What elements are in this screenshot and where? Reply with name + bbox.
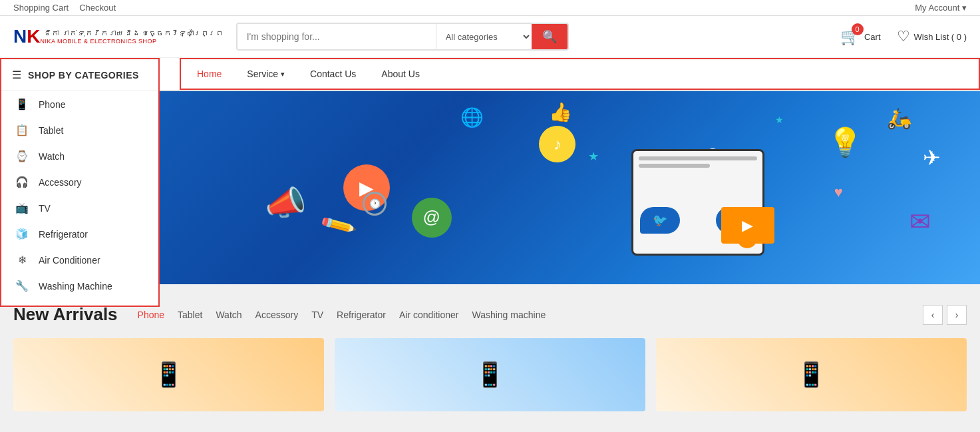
shopping-cart-link[interactable]: Shopping Cart [13, 3, 69, 13]
scooter-icon: 🛵 [887, 107, 911, 130]
category-air-conditioner[interactable]: ❄ Air Conditioner [1, 247, 158, 273]
logo-text: ថីកា រាក់ទុករីករាយ និង បច្ចេកវិទ្យាព្រៃព… [40, 29, 222, 45]
categories-title: SHOP BY CATEGORIES [28, 70, 139, 81]
category-tv[interactable]: 📺 TV [1, 195, 158, 221]
product-thumb-1: 📱 [13, 338, 324, 411]
tab-refrigerator[interactable]: Refrigerator [337, 307, 386, 323]
cart-label: Cart [864, 32, 881, 42]
envelope-icon: ✉ [909, 207, 931, 236]
arrivals-title: New Arrivals [13, 304, 118, 325]
heart-icon-banner: ♥ [834, 184, 843, 201]
nav-about[interactable]: About Us [379, 59, 422, 89]
wishlist-area[interactable]: ♡ Wish List ( 0 ) [897, 28, 967, 45]
category-washing-machine[interactable]: 🔧 Washing Machine [1, 273, 158, 299]
heart-icon: ♡ [897, 28, 910, 45]
cart-area[interactable]: 🛒 0 Cart [840, 27, 881, 46]
category-tv-label: TV [39, 203, 51, 214]
main-nav: Home Service ▾ Contact Us About Us [180, 58, 980, 90]
watch-icon: ⌚ [15, 150, 29, 162]
nav-service[interactable]: Service ▾ [244, 59, 287, 89]
service-label: Service [247, 69, 278, 79]
category-washing-machine-label: Washing Machine [39, 281, 112, 292]
star-icon-2: ★ [775, 114, 784, 125]
search-input[interactable] [238, 24, 436, 49]
pencil-icon: ✏️ [319, 205, 359, 244]
category-select[interactable]: All categories Phone Tablet Watch Access… [436, 24, 532, 49]
washing-machine-icon: 🔧 [15, 280, 29, 292]
logo-khmer: ថីកា រាក់ទុករីករាយ និង បច្ចេកវិទ្យាព្រៃព… [44, 29, 222, 38]
products-row: 📱 📱 📱 [13, 338, 967, 411]
top-bar-right: My Account ▾ [915, 3, 967, 13]
top-bar: Shopping Cart Checkout My Account ▾ [0, 0, 980, 16]
bulb-icon: 💡 [828, 126, 862, 158]
category-refrigerator[interactable]: 🧊 Refrigerator [1, 221, 158, 247]
cart-badge: 0 [852, 23, 864, 35]
nav-home[interactable]: Home [194, 59, 224, 89]
nav-contact[interactable]: Contact Us [307, 59, 359, 89]
tablet-line-2 [639, 164, 710, 168]
checkout-link[interactable]: Checkout [79, 3, 116, 13]
tv-icon: 📺 [15, 202, 29, 214]
arrivals-tabs: Phone Tablet Watch Accessory TV Refriger… [138, 307, 903, 323]
category-accessory-label: Accessory [39, 177, 82, 188]
category-tablet[interactable]: 📋 Tablet [1, 117, 158, 143]
logo-sub: NIKA MOBILE & ELECTRONICS SHOP [40, 38, 222, 45]
refrigerator-icon: 🧊 [15, 228, 29, 240]
chat-bubble-left: 🐦 [640, 207, 680, 234]
wishlist-label: Wish List ( 0 ) [914, 32, 967, 42]
thumbs-up-icon: 👍 [549, 101, 572, 123]
globe-icon: 🌐 [460, 107, 484, 128]
header: NK ថីកា រាក់ទុករីករាយ និង បច្ចេកវិទ្យាព្… [0, 16, 980, 58]
category-phone-label: Phone [39, 99, 65, 110]
search-button[interactable]: 🔍 [532, 24, 568, 49]
product-card-2[interactable]: 📱 [335, 338, 645, 411]
tablet-line-1 [639, 156, 757, 160]
my-account-link[interactable]: My Account ▾ [915, 3, 967, 13]
orange-play-box[interactable]: ▶ [721, 207, 774, 244]
phone-icon: 📱 [15, 98, 29, 110]
category-phone[interactable]: 📱 Phone [1, 91, 158, 117]
clock-icon: 🕐 [363, 192, 387, 216]
category-accessory[interactable]: 🎧 Accessory [1, 169, 158, 195]
tab-tv[interactable]: TV [311, 307, 323, 323]
category-watch[interactable]: ⌚ Watch [1, 143, 158, 169]
category-tablet-label: Tablet [39, 125, 63, 136]
logo-nk: NK [13, 26, 40, 47]
at-icon: @ [412, 198, 452, 238]
prev-arrow-button[interactable]: ‹ [923, 305, 943, 325]
service-chevron-icon: ▾ [281, 70, 285, 79]
tab-phone[interactable]: Phone [138, 307, 164, 323]
product-thumb-3: 📱 [656, 338, 967, 411]
tab-air-conditioner[interactable]: Air conditioner [399, 307, 459, 323]
nav-row: ☰ SHOP BY CATEGORIES 📱 Phone 📋 Tablet ⌚ … [0, 58, 980, 91]
tab-washing-machine[interactable]: Washing machine [472, 307, 546, 323]
arrivals-header: New Arrivals Phone Tablet Watch Accessor… [13, 304, 967, 325]
paper-plane-icon: ✈ [923, 145, 941, 170]
air-conditioner-icon: ❄ [15, 254, 29, 266]
music-icon: ♪ [539, 126, 575, 162]
search-bar: All categories Phone Tablet Watch Access… [236, 23, 569, 51]
logo-area: NK ថីកា រាក់ទុករីករាយ និង បច្ចេកវិទ្យាព្… [13, 26, 223, 47]
categories-panel: ☰ SHOP BY CATEGORIES 📱 Phone 📋 Tablet ⌚ … [0, 58, 160, 307]
megaphone-icon: 📣 [265, 184, 306, 222]
category-air-conditioner-label: Air Conditioner [39, 255, 100, 266]
categories-header: ☰ SHOP BY CATEGORIES [1, 59, 158, 91]
tab-accessory[interactable]: Accessory [255, 307, 299, 323]
hamburger-icon: ☰ [12, 69, 21, 81]
category-refrigerator-label: Refrigerator [39, 229, 88, 240]
category-watch-label: Watch [39, 151, 65, 162]
product-card-1[interactable]: 📱 [13, 338, 324, 411]
tablet-icon: 📋 [15, 124, 29, 136]
star-icon-1: ★ [588, 149, 599, 164]
accessory-icon: 🎧 [15, 176, 29, 188]
product-thumb-2: 📱 [335, 338, 645, 411]
arrivals-nav: ‹ › [923, 305, 967, 325]
category-list: 📱 Phone 📋 Tablet ⌚ Watch 🎧 Accessory 📺 T… [1, 91, 158, 299]
top-bar-left: Shopping Cart Checkout [13, 3, 116, 13]
tab-tablet[interactable]: Tablet [178, 307, 202, 323]
product-card-3[interactable]: 📱 [656, 338, 967, 411]
next-arrow-button[interactable]: › [947, 305, 967, 325]
tab-watch[interactable]: Watch [216, 307, 242, 323]
header-right: 🛒 0 Cart ♡ Wish List ( 0 ) [840, 27, 967, 46]
